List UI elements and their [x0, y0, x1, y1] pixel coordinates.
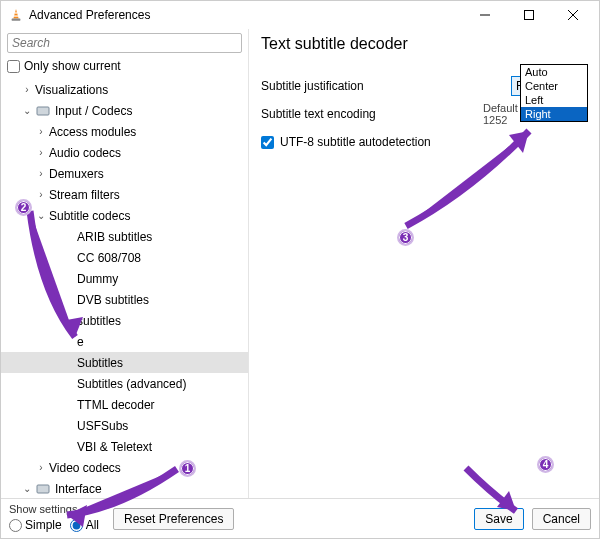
search-input[interactable]: [7, 33, 242, 53]
tree-item-label: Subtitles (advanced): [77, 377, 186, 391]
search-container: [7, 33, 242, 53]
tree-item-label: Access modules: [49, 125, 136, 139]
tree-item-label: Video codecs: [49, 461, 121, 475]
tree-item-label: TTML decoder: [77, 398, 155, 412]
chevron-down-icon: ⌄: [21, 483, 33, 494]
tree-item-subtitles[interactable]: Subtitles: [1, 352, 248, 373]
vlc-app-icon: [9, 8, 23, 22]
utf8-checkbox[interactable]: [261, 136, 274, 149]
chevron-right-icon: ›: [35, 189, 47, 200]
sidebar: Only show current ›Visualizations⌄Input …: [1, 29, 249, 499]
simple-radio[interactable]: [9, 519, 22, 532]
utf8-row: UTF-8 subtitle autodetection: [261, 129, 587, 155]
justification-dropdown[interactable]: Auto Center Left Right: [520, 64, 588, 122]
tree-item-label: ARIB subtitles: [77, 230, 152, 244]
all-radio-label[interactable]: All: [70, 518, 99, 532]
tree-item-subtitle-codecs[interactable]: ⌄Subtitle codecs: [1, 205, 248, 226]
tree-item-label: Input / Codecs: [55, 104, 132, 118]
chevron-down-icon: ⌄: [35, 210, 47, 221]
tree-item-subtitles-advanced-[interactable]: Subtitles (advanced): [1, 373, 248, 394]
tree-item-dummy[interactable]: Dummy: [1, 268, 248, 289]
svg-rect-6: [37, 107, 49, 115]
tree-item-label: Audio codecs: [49, 146, 121, 160]
tree-item-cc-608-708[interactable]: CC 608/708: [1, 247, 248, 268]
cancel-button[interactable]: Cancel: [532, 508, 591, 530]
tree-item-arib-subtitles[interactable]: ARIB subtitles: [1, 226, 248, 247]
dropdown-option[interactable]: Left: [521, 93, 587, 107]
tree-item-label: Subtitle codecs: [49, 209, 130, 223]
close-button[interactable]: [551, 1, 595, 29]
tree-item-label: CC 608/708: [77, 251, 141, 265]
annotation-badge-3: 3: [397, 229, 414, 246]
dropdown-option[interactable]: Auto: [521, 65, 587, 79]
category-icon: [35, 103, 51, 119]
tree-item-label: VBI & Teletext: [77, 440, 152, 454]
maximize-button[interactable]: [507, 1, 551, 29]
tree-item-label: DVB subtitles: [77, 293, 149, 307]
only-show-current-row: Only show current: [7, 59, 242, 73]
window-title: Advanced Preferences: [29, 8, 463, 22]
chevron-right-icon: ›: [35, 168, 47, 179]
svg-rect-7: [37, 485, 49, 493]
tree-item-label: Stream filters: [49, 188, 120, 202]
tree-item-stream-filters[interactable]: ›Stream filters: [1, 184, 248, 205]
svg-rect-1: [15, 12, 18, 13]
show-settings-label: Show settings: [9, 503, 105, 515]
tree-item-label: subtitles: [77, 314, 121, 328]
tree-item-audio-codecs[interactable]: ›Audio codecs: [1, 142, 248, 163]
chevron-right-icon: ›: [35, 126, 47, 137]
chevron-right-icon: ›: [21, 84, 33, 95]
only-show-current-checkbox[interactable]: [7, 60, 20, 73]
chevron-down-icon: ⌄: [21, 105, 33, 116]
simple-radio-label[interactable]: Simple: [9, 518, 62, 532]
tree-item-label: e: [77, 335, 84, 349]
chevron-right-icon: ›: [35, 462, 47, 473]
svg-rect-3: [12, 19, 21, 21]
dropdown-option-selected[interactable]: Right: [521, 107, 587, 121]
annotation-badge-4: 4: [537, 456, 554, 473]
encoding-label: Subtitle text encoding: [261, 107, 421, 121]
only-show-current-label: Only show current: [24, 59, 121, 73]
tree-item-input-codecs[interactable]: ⌄Input / Codecs: [1, 100, 248, 121]
footer: Show settings Simple All Reset Preferenc…: [1, 498, 599, 538]
svg-marker-0: [13, 9, 18, 19]
tree-item-access-modules[interactable]: ›Access modules: [1, 121, 248, 142]
tree-item-interface[interactable]: ⌄Interface: [1, 478, 248, 499]
all-radio[interactable]: [70, 519, 83, 532]
tree-item-usfsubs[interactable]: USFSubs: [1, 415, 248, 436]
annotation-badge-1: 1: [179, 460, 196, 477]
category-icon: [35, 481, 51, 497]
svg-rect-2: [14, 15, 18, 16]
tree-item-label: Subtitles: [77, 356, 123, 370]
tree-item-demuxers[interactable]: ›Demuxers: [1, 163, 248, 184]
tree-item-label: Visualizations: [35, 83, 108, 97]
tree-item-label: Interface: [55, 482, 102, 496]
tree-item-label: Dummy: [77, 272, 118, 286]
tree-item-video-codecs[interactable]: ›Video codecs: [1, 457, 248, 478]
preferences-tree[interactable]: ›Visualizations⌄Input / Codecs›Access mo…: [1, 77, 248, 499]
tree-item-ttml-decoder[interactable]: TTML decoder: [1, 394, 248, 415]
utf8-label: UTF-8 subtitle autodetection: [280, 135, 431, 149]
svg-rect-5: [525, 11, 534, 20]
tree-item-label: Demuxers: [49, 167, 104, 181]
tree-item-subtitles[interactable]: subtitles: [1, 310, 248, 331]
svg-rect-4: [480, 15, 490, 16]
dropdown-option[interactable]: Center: [521, 79, 587, 93]
page-title: Text subtitle decoder: [261, 35, 587, 53]
annotation-badge-2: 2: [15, 199, 32, 216]
tree-item-visualizations[interactable]: ›Visualizations: [1, 79, 248, 100]
tree-item-dvb-subtitles[interactable]: DVB subtitles: [1, 289, 248, 310]
minimize-button[interactable]: [463, 1, 507, 29]
chevron-right-icon: ›: [35, 147, 47, 158]
save-button[interactable]: Save: [474, 508, 523, 530]
tree-item-e[interactable]: e: [1, 331, 248, 352]
tree-item-vbi-teletext[interactable]: VBI & Teletext: [1, 436, 248, 457]
tree-item-label: USFSubs: [77, 419, 128, 433]
reset-button[interactable]: Reset Preferences: [113, 508, 234, 530]
titlebar: Advanced Preferences: [1, 1, 599, 29]
justification-label: Subtitle justification: [261, 79, 421, 93]
